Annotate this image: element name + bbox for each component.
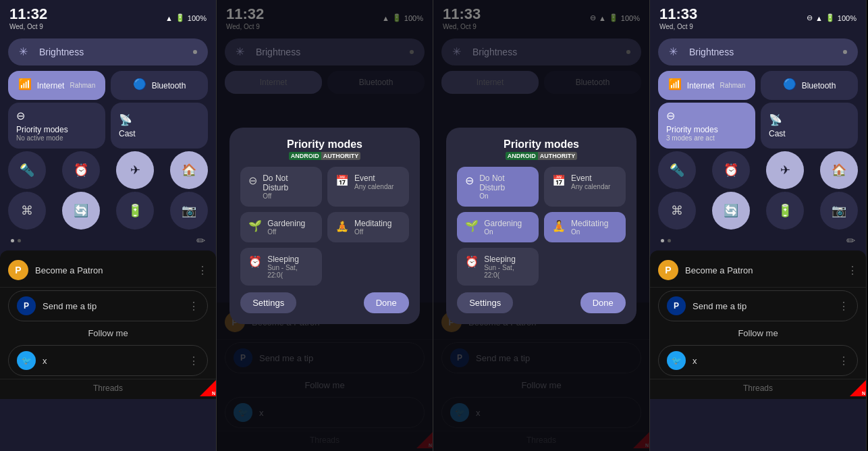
internet-label-1: Internet bbox=[37, 81, 65, 90]
tip-label-1: Send me a tip bbox=[43, 301, 182, 311]
patron-dots-1[interactable]: ⋮ bbox=[197, 264, 208, 277]
mode-dnd-2[interactable]: ⊖ Do Not DisturbOff bbox=[240, 167, 322, 207]
edit-icon-4[interactable]: ✏ bbox=[846, 234, 855, 247]
brightness-row-4[interactable]: ✳ Brightness bbox=[658, 38, 858, 65]
patron-row-4[interactable]: P Become a Patron ⋮ bbox=[650, 253, 866, 288]
icon-btn-glass-4[interactable]: 🔦 bbox=[658, 151, 696, 189]
tw-dots-4[interactable]: ⋮ bbox=[838, 354, 849, 367]
done-btn-2[interactable]: Done bbox=[364, 292, 409, 313]
dnd-status-icon-4: ⊖ bbox=[807, 14, 813, 22]
mode-sleep-2[interactable]: ⏰ SleepingSun - Sat, 22:0( bbox=[240, 248, 322, 286]
mode-event-2[interactable]: 📅 EventAny calendar bbox=[327, 167, 409, 207]
tw-dots-1[interactable]: ⋮ bbox=[188, 354, 199, 367]
modal-footer-3: Settings Done bbox=[457, 292, 626, 313]
patron-row-1[interactable]: P Become a Patron ⋮ bbox=[0, 253, 216, 288]
mode-meditate-3[interactable]: 🧘 MeditatingOn bbox=[544, 212, 626, 242]
bluetooth-tile-1[interactable]: 🔵 Bluetooth bbox=[111, 71, 208, 100]
priority-tile-1[interactable]: ⊖ Priority modes No active mode bbox=[8, 103, 105, 149]
twitter-label-4: x bbox=[693, 356, 832, 366]
battery-icon: 🔋 bbox=[175, 14, 185, 22]
icon-btn-plane-4[interactable]: ✈ bbox=[766, 151, 804, 189]
patron-label-4: Become a Patron bbox=[685, 265, 840, 275]
done-btn-3[interactable]: Done bbox=[580, 292, 626, 313]
patron-icon-1: P bbox=[8, 260, 28, 280]
mode-meditate-2[interactable]: 🧘 MeditatingOff bbox=[327, 212, 409, 242]
icon-grid-1b: ⌘ 🔄 🔋 📷 bbox=[8, 192, 208, 230]
patron-label-1: Become a Patron bbox=[35, 265, 190, 275]
bluetooth-label-4: Bluetooth bbox=[802, 81, 836, 90]
status-icons-1: ▲ 🔋 100% bbox=[165, 14, 207, 22]
follow-label-4: Follow me bbox=[650, 324, 866, 342]
tip-label-4: Send me a tip bbox=[693, 301, 832, 311]
priority-overlay-3[interactable]: Priority modes ANDROID AUTHORITY ⊖ Do No… bbox=[433, 0, 649, 451]
phone-panel-1: 11:32 Wed, Oct 9 ▲ 🔋 100% ✳ Brightness 📶… bbox=[0, 0, 217, 451]
brightness-dot-4 bbox=[843, 50, 847, 54]
wifi-icon-4: ▲ bbox=[815, 14, 823, 22]
edit-icon-1[interactable]: ✏ bbox=[196, 234, 205, 247]
pp-icon-1: P bbox=[17, 296, 36, 315]
page-dots-1 bbox=[11, 239, 21, 242]
aa-badge-3: ANDROID AUTHORITY bbox=[457, 152, 626, 160]
mode-garden-3[interactable]: 🌱 GardeningOn bbox=[457, 212, 539, 242]
brightness-row-1[interactable]: ✳ Brightness bbox=[8, 38, 208, 65]
status-bar-1: 11:32 Wed, Oct 9 ▲ 🔋 100% bbox=[0, 0, 216, 33]
wifi-tile-icon-4: 📶 bbox=[668, 78, 682, 90]
twitter-row-1[interactable]: 🐦 x ⋮ bbox=[8, 345, 208, 376]
battery-pct-4: 100% bbox=[838, 14, 857, 22]
patron-dots-4[interactable]: ⋮ bbox=[847, 264, 858, 277]
mode-sleep-3[interactable]: ⏰ SleepingSun - Sat, 22:0( bbox=[457, 248, 539, 286]
threads-label-1: Threads bbox=[93, 383, 123, 393]
icon-btn-alarm-4[interactable]: ⏰ bbox=[712, 151, 750, 189]
icon-btn-cam-4[interactable]: 📷 bbox=[820, 192, 858, 230]
cast-tile-4[interactable]: 📡 Cast bbox=[761, 103, 858, 149]
quick-tiles-row-4: 📶 Internet Rahman 🔵 Bluetooth bbox=[658, 71, 858, 100]
icon-btn-cam[interactable]: 📷 bbox=[170, 192, 208, 230]
icon-grid-1a: 🔦 ⏰ ✈ 🏠 bbox=[8, 151, 208, 189]
cast-tile-1[interactable]: 📡 Cast bbox=[111, 103, 208, 149]
bt-icon-1: 🔵 bbox=[133, 78, 146, 90]
tip-row-4[interactable]: P Send me a tip ⋮ bbox=[658, 290, 858, 321]
priority-label-4: Priority modes bbox=[666, 125, 718, 134]
follow-label-1: Follow me bbox=[0, 324, 216, 342]
icon-btn-home[interactable]: 🏠 bbox=[170, 151, 208, 189]
wifi-icon: ▲ bbox=[165, 14, 173, 22]
bluetooth-tile-4[interactable]: 🔵 Bluetooth bbox=[761, 71, 858, 100]
icon-btn-glass[interactable]: 🔦 bbox=[8, 151, 46, 189]
icon-btn-battery2-4[interactable]: 🔋 bbox=[766, 192, 804, 230]
android-text-3: ANDROID bbox=[506, 152, 538, 160]
icon-btn-cmd[interactable]: ⌘ bbox=[8, 192, 46, 230]
battery-pct-1: 100% bbox=[188, 14, 207, 22]
bt-icon-4: 🔵 bbox=[783, 78, 796, 90]
twitter-row-4[interactable]: 🐦 x ⋮ bbox=[658, 345, 858, 376]
icon-btn-rotate[interactable]: 🔄 bbox=[62, 192, 100, 230]
icon-btn-plane[interactable]: ✈ bbox=[116, 151, 154, 189]
settings-btn-3[interactable]: Settings bbox=[457, 292, 513, 313]
priority-overlay-2[interactable]: Priority modes ANDROID AUTHORITY ⊖ Do No… bbox=[217, 0, 433, 451]
brightness-icon-4: ✳ bbox=[669, 45, 682, 59]
tip-dots-1[interactable]: ⋮ bbox=[188, 300, 199, 313]
tip-row-1[interactable]: P Send me a tip ⋮ bbox=[8, 290, 208, 321]
priority-tile-4[interactable]: ⊖ Priority modes 3 modes are act bbox=[658, 103, 755, 149]
dot-4 bbox=[668, 239, 671, 242]
settings-btn-2[interactable]: Settings bbox=[240, 292, 296, 313]
date-1: Wed, Oct 9 bbox=[9, 23, 47, 30]
internet-tile-1[interactable]: 📶 Internet Rahman bbox=[8, 71, 105, 100]
phone-panel-4: 11:33 Wed, Oct 9 ⊖ ▲ 🔋 100% ✳ Brightness… bbox=[650, 0, 867, 451]
mode-grid-3: ⊖ Do Not DisturbOn 📅 EventAny calendar 🌱… bbox=[457, 167, 626, 286]
pp-icon-4: P bbox=[667, 296, 686, 315]
priority-row-4: ⊖ Priority modes 3 modes are act 📡 Cast bbox=[658, 103, 858, 149]
icon-btn-alarm[interactable]: ⏰ bbox=[62, 151, 100, 189]
modal-footer-2: Settings Done bbox=[240, 292, 409, 313]
icon-btn-battery2[interactable]: 🔋 bbox=[116, 192, 154, 230]
internet-label-4: Internet bbox=[687, 81, 715, 90]
date-4: Wed, Oct 9 bbox=[659, 23, 697, 30]
internet-tile-4[interactable]: 📶 Internet Rahman bbox=[658, 71, 755, 100]
mode-event-3[interactable]: 📅 EventAny calendar bbox=[544, 167, 626, 207]
mode-dnd-3[interactable]: ⊖ Do Not DisturbOn bbox=[457, 167, 539, 207]
icon-btn-rotate-4[interactable]: 🔄 bbox=[712, 192, 750, 230]
icon-btn-home-4[interactable]: 🏠 bbox=[820, 151, 858, 189]
threads-label-4: Threads bbox=[743, 383, 773, 393]
mode-garden-2[interactable]: 🌱 GardeningOff bbox=[240, 212, 322, 242]
tip-dots-4[interactable]: ⋮ bbox=[838, 300, 849, 313]
icon-btn-cmd-4[interactable]: ⌘ bbox=[658, 192, 696, 230]
